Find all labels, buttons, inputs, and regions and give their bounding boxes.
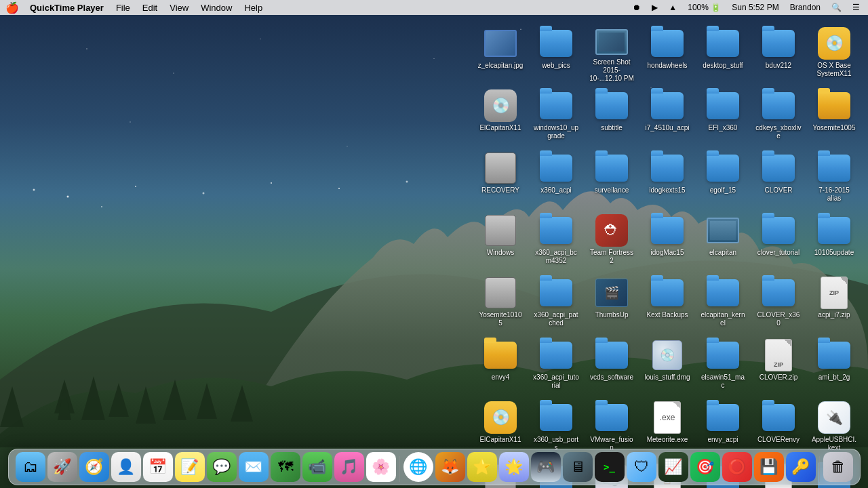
desktop-icons-container: z_elcapitan.jpg web_pics Screen Shot 201… bbox=[448, 19, 868, 441]
icon-z_elcapitan[interactable]: z_elcapitan.jpg bbox=[475, 24, 526, 85]
menubar-edit[interactable]: Edit bbox=[137, 1, 163, 14]
icon-ami_bt_2g[interactable]: ami_bt_2g bbox=[808, 336, 860, 397]
svg-point-10 bbox=[135, 186, 136, 187]
svg-point-9 bbox=[67, 196, 69, 198]
icon-vcds_software[interactable]: vcds_software bbox=[586, 336, 637, 397]
dock-icon-itunes[interactable]: 🎵 bbox=[334, 452, 364, 482]
dock-icon-star1[interactable]: ⭐ bbox=[467, 452, 497, 482]
icon-i7_4510u_acpi[interactable]: i7_4510u_acpi bbox=[642, 87, 693, 148]
menubar: 🍎 QuickTime Player File Edit View Window… bbox=[0, 0, 868, 15]
svg-point-13 bbox=[101, 206, 102, 207]
menubar-airplay-icon[interactable]: ▶ bbox=[649, 1, 660, 14]
dock: 🗂 🚀 🧭 👤 📅 📝 💬 ✉️ 🗺 📹 🎵 bbox=[0, 442, 868, 488]
icon-kext_backups[interactable]: Kext Backups bbox=[642, 274, 693, 335]
icon-cdkeys_xboxlive[interactable]: cdkeys_xboxlive bbox=[753, 87, 804, 148]
icon-7_16_2015_alias[interactable]: 7-16-2015 alias bbox=[808, 149, 860, 210]
dock-separator-2 bbox=[819, 456, 820, 482]
icon-windows10_upgrade[interactable]: windows10_upgrade bbox=[530, 87, 582, 148]
menubar-file[interactable]: File bbox=[111, 1, 136, 14]
menubar-app-name[interactable]: QuickTime Player bbox=[24, 1, 109, 14]
dock-icon-finder[interactable]: 🗂 bbox=[16, 452, 45, 482]
icon-clover[interactable]: CLOVER bbox=[753, 149, 804, 210]
icon-yosemite10105[interactable]: Yosemite10105 bbox=[475, 274, 526, 335]
icon-team_fortress_2[interactable]: ⛑ Team Fortress 2 bbox=[586, 211, 637, 272]
icon-elsawin51_mac[interactable]: elsawin51_mac bbox=[697, 336, 749, 397]
svg-point-12 bbox=[271, 182, 272, 184]
icon-os_x_base_systemxi1[interactable]: 💿 OS X Base SystemX11 bbox=[808, 24, 860, 85]
dock-icon-safari[interactable]: 🧭 bbox=[79, 452, 109, 482]
icon-windows_drive[interactable]: Windows bbox=[475, 211, 526, 272]
apple-menu-icon[interactable]: 🍎 bbox=[5, 1, 19, 14]
dock-icon-star2[interactable]: 🌟 bbox=[499, 452, 529, 482]
dock-icon-vmware[interactable]: 🖥 bbox=[563, 452, 593, 482]
dock-icon-maps[interactable]: 🗺 bbox=[271, 452, 300, 482]
icon-web_pics[interactable]: web_pics bbox=[530, 24, 582, 85]
dock-icon-mail[interactable]: ✉️ bbox=[239, 452, 269, 482]
icon-subtitle[interactable]: subtitle bbox=[586, 87, 637, 148]
icon-elcapitan[interactable]: elcapitan bbox=[697, 211, 749, 272]
icon-yosemite1005[interactable]: Yosemite1005 bbox=[808, 87, 860, 148]
svg-point-15 bbox=[338, 188, 340, 189]
menubar-user[interactable]: Brandon bbox=[787, 1, 823, 14]
menubar-time[interactable]: Sun 5:52 PM bbox=[729, 1, 781, 14]
dock-icon-stocks[interactable]: 📈 bbox=[658, 452, 688, 482]
icon-acpi_i7_zip[interactable]: ZIP acpi_i7.zip bbox=[808, 274, 860, 335]
dock-icon-security[interactable]: 🛡 bbox=[627, 452, 656, 482]
icon-x360_acpi_tutorial[interactable]: x360_acpi_tutorial bbox=[530, 336, 582, 397]
icon-clover_zip[interactable]: ZIP CLOVER.zip bbox=[753, 336, 804, 397]
icon-envy4[interactable]: envy4 bbox=[475, 336, 526, 397]
svg-point-11 bbox=[203, 192, 205, 195]
icon-screen_shot[interactable]: Screen Shot 2015-10-...12.10 PM bbox=[586, 24, 637, 85]
icon-idogmac15[interactable]: idogMac15 bbox=[642, 211, 693, 272]
svg-point-14 bbox=[33, 189, 35, 191]
icon-louis_stuff_dmg[interactable]: 💿 louis_stuff.dmg bbox=[642, 336, 693, 397]
icon-10105update[interactable]: 10105update bbox=[808, 211, 860, 272]
dock-icon-messages[interactable]: 💬 bbox=[207, 452, 237, 482]
dock-icon-firefox[interactable]: 🦊 bbox=[435, 452, 465, 482]
dock-icon-photos[interactable]: 🌸 bbox=[366, 452, 396, 482]
dock-icon-chrome[interactable]: 🌐 bbox=[403, 452, 433, 482]
menubar-battery[interactable]: 100% 🔋 bbox=[685, 1, 724, 14]
icon-elcapitan_kernel[interactable]: elcapitan_kernel bbox=[697, 274, 749, 335]
icon-hondawheels[interactable]: hondawheels bbox=[642, 24, 693, 85]
icon-elcapitanxi1[interactable]: 💿 ElCapitanX11 bbox=[475, 87, 526, 148]
dock-icon-robinhood[interactable]: 🎯 bbox=[690, 452, 720, 482]
menubar-wifi-icon[interactable]: ▲ bbox=[666, 1, 679, 14]
dock-separator-1 bbox=[399, 456, 400, 482]
icon-idogkexts15[interactable]: idogkexts15 bbox=[642, 149, 693, 210]
icon-egolf_15[interactable]: egolf_15 bbox=[697, 149, 749, 210]
dock-icon-omnifocus[interactable]: ⭕ bbox=[722, 452, 752, 482]
icon-bduv212[interactable]: bduv212 bbox=[753, 24, 804, 85]
menubar-view[interactable]: View bbox=[164, 1, 194, 14]
menubar-recording-icon[interactable]: ⏺ bbox=[630, 1, 644, 14]
dock-icon-steam[interactable]: 🎮 bbox=[531, 452, 561, 482]
dock-icon-paragon[interactable]: 💾 bbox=[754, 452, 784, 482]
dock-icon-calendar[interactable]: 📅 bbox=[143, 452, 173, 482]
menubar-window[interactable]: Window bbox=[195, 1, 237, 14]
menubar-right: ⏺ ▶ ▲ 100% 🔋 Sun 5:52 PM Brandon 🔍 ☰ bbox=[630, 1, 863, 14]
icon-thumbsup[interactable]: 🎬 ThumbsUp bbox=[586, 274, 637, 335]
svg-point-16 bbox=[406, 181, 408, 183]
menubar-help[interactable]: Help bbox=[239, 1, 268, 14]
dock-icon-terminal[interactable]: >_ bbox=[595, 452, 625, 482]
icon-x360_acpi_bcm4352[interactable]: x360_acpi_bcm4352 bbox=[530, 211, 582, 272]
dock-icon-launchpad[interactable]: 🚀 bbox=[47, 452, 77, 482]
icon-clover_x360[interactable]: CLOVER_x360 bbox=[753, 274, 804, 335]
dock-icon-notes[interactable]: 📝 bbox=[175, 452, 205, 482]
icon-x360_acpi_patched[interactable]: x360_acpi_patched bbox=[530, 274, 582, 335]
dock-icon-trash[interactable]: 🗑 bbox=[823, 452, 853, 482]
icon-x360_acpi[interactable]: x360_acpi bbox=[530, 149, 582, 210]
icon-desktop_stuff[interactable]: desktop_stuff bbox=[697, 24, 749, 85]
dock-icon-1password[interactable]: 🔑 bbox=[786, 452, 816, 482]
icon-clover_tutorial[interactable]: clover_tutorial bbox=[753, 211, 804, 272]
icon-recovery[interactable]: RECOVERY bbox=[475, 149, 526, 210]
menubar-options-icon[interactable]: ☰ bbox=[850, 1, 863, 14]
icon-surveilance[interactable]: surveilance bbox=[586, 149, 637, 210]
dock-icon-facetime[interactable]: 📹 bbox=[302, 452, 332, 482]
icon-efi_x360[interactable]: EFI_x360 bbox=[697, 87, 749, 148]
dock-icon-contacts[interactable]: 👤 bbox=[111, 452, 141, 482]
dock-background: 🗂 🚀 🧭 👤 📅 📝 💬 ✉️ 🗺 📹 🎵 bbox=[8, 449, 861, 485]
menubar-search-icon[interactable]: 🔍 bbox=[829, 1, 844, 14]
